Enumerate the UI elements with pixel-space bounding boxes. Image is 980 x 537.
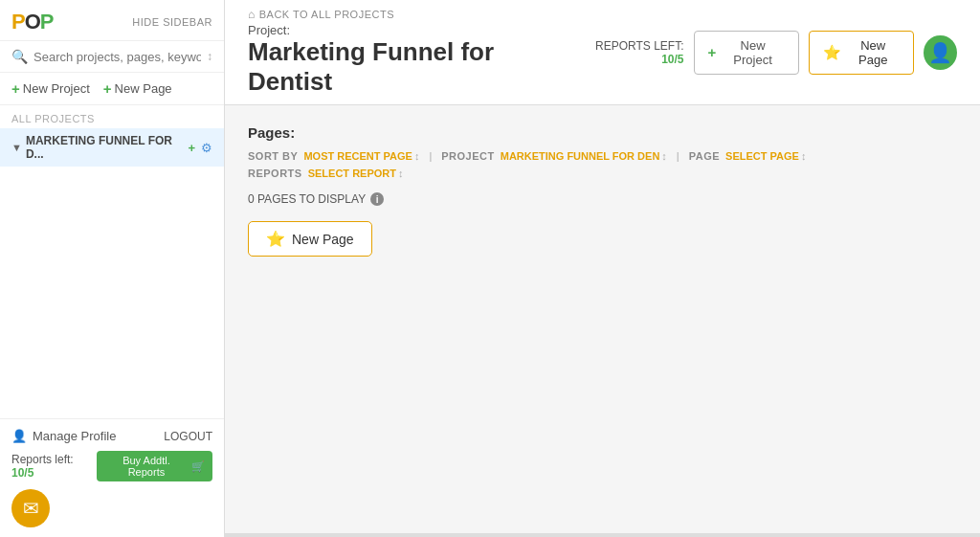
sidebar-new-page-label: New Page <box>115 81 172 96</box>
pages-count: 0 PAGES TO DISPLAY i <box>248 192 957 206</box>
buy-reports-label: Buy Addtl. Reports <box>104 455 189 478</box>
sidebar-actions: + New Project + New Page <box>0 73 224 105</box>
all-projects-label: ALL PROJECTS <box>0 105 224 128</box>
hide-sidebar-button[interactable]: HIDE SIDEBAR <box>132 16 212 28</box>
reports-left-badge: REPORTS LEFT: 10/5 <box>574 39 683 66</box>
cart-icon: 🛒 <box>191 460 205 473</box>
manage-profile-row: 👤 Manage Profile LOGOUT <box>11 429 212 443</box>
reports-filter-value[interactable]: SELECT REPORT ↕ <box>308 168 404 179</box>
add-project-icon[interactable]: + <box>188 141 195 155</box>
project-name: MARKETING FUNNEL FOR D... <box>26 134 189 161</box>
sidebar-new-page-button[interactable]: + New Page <box>103 80 172 97</box>
topbar-right: REPORTS LEFT: 10/5 + New Project ⭐ New P… <box>574 31 957 75</box>
home-icon: ⌂ <box>248 8 256 21</box>
star-icon: ⭐ <box>823 44 841 61</box>
topbar-left: ⌂ BACK TO ALL PROJECTS Project: Marketin… <box>248 8 574 97</box>
reports-row: Reports left: 10/5 Buy Addtl. Reports 🛒 <box>11 451 212 481</box>
search-bar: 🔍 ↕ <box>0 41 224 73</box>
breadcrumb-text[interactable]: BACK TO ALL PROJECTS <box>259 9 394 20</box>
new-project-button[interactable]: + New Project <box>694 31 799 75</box>
email-fab-button[interactable]: ✉ <box>11 489 50 527</box>
user-icon: 👤 <box>11 429 27 443</box>
chevron-down-icon: ▼ <box>11 142 22 153</box>
filters-row-2: REPORTS SELECT REPORT ↕ <box>248 168 957 179</box>
search-input[interactable] <box>33 50 201 64</box>
sort-by-value[interactable]: MOST RECENT PAGE ↕ <box>303 150 419 162</box>
sidebar-project-item[interactable]: ▼ MARKETING FUNNEL FOR D... + ⚙ <box>0 128 224 167</box>
star-icon: ⭐ <box>266 230 285 248</box>
avatar[interactable]: 👤 <box>924 35 957 70</box>
sort-icon[interactable]: ↕ <box>207 50 212 63</box>
page-filter-label: PAGE <box>689 150 720 162</box>
main-content: Pages: SORT BY MOST RECENT PAGE ↕ | PROJ… <box>225 105 980 533</box>
project-actions: + ⚙ <box>188 141 212 155</box>
main-topbar: ⌂ BACK TO ALL PROJECTS Project: Marketin… <box>225 0 980 105</box>
reports-sort-arrows: ↕ <box>398 168 404 179</box>
filter-separator-2: | <box>677 150 679 162</box>
logout-button[interactable]: LOGOUT <box>164 430 212 443</box>
new-page-main-button[interactable]: ⭐ New Page <box>248 221 372 257</box>
breadcrumb: ⌂ BACK TO ALL PROJECTS <box>248 8 574 21</box>
info-icon[interactable]: i <box>370 192 384 206</box>
search-icon: 🔍 <box>11 49 28 64</box>
sidebar: POP HIDE SIDEBAR 🔍 ↕ + New Project + New… <box>0 0 225 537</box>
new-page-main-label: New Page <box>292 232 354 247</box>
new-page-top-button[interactable]: ⭐ New Page <box>809 31 915 75</box>
project-filter-label: PROJECT <box>441 150 494 162</box>
logo: POP <box>11 10 54 34</box>
project-title: Marketing Funnel for Dentist <box>248 37 574 97</box>
plus-icon: + <box>11 80 20 97</box>
sort-by-label: SORT BY <box>248 150 298 162</box>
plus-icon: + <box>103 80 112 97</box>
manage-profile-button[interactable]: 👤 Manage Profile <box>11 429 116 443</box>
new-page-top-label: New Page <box>846 38 901 67</box>
buy-reports-button[interactable]: Buy Addtl. Reports 🛒 <box>97 451 212 481</box>
reports-left-text: Reports left: 10/5 <box>11 453 97 480</box>
sidebar-new-project-button[interactable]: + New Project <box>11 80 90 97</box>
plus-icon: + <box>708 44 717 60</box>
page-sort-arrows: ↕ <box>801 150 807 162</box>
sidebar-header: POP HIDE SIDEBAR <box>0 0 224 41</box>
manage-profile-label: Manage Profile <box>33 429 116 443</box>
sidebar-new-project-label: New Project <box>23 81 90 96</box>
filter-separator: | <box>429 150 432 162</box>
reports-filter-label: REPORTS <box>248 168 302 179</box>
topbar-reports-count: 10/5 <box>661 53 683 66</box>
gear-icon[interactable]: ⚙ <box>201 141 212 155</box>
project-label: Project: <box>248 23 574 37</box>
sort-arrows-icon: ↕ <box>414 150 420 162</box>
reports-count: 10/5 <box>11 466 33 480</box>
filters-row-1: SORT BY MOST RECENT PAGE ↕ | PROJECT Mar… <box>248 150 957 162</box>
bottom-divider <box>225 533 980 537</box>
new-project-label: New Project <box>721 38 785 67</box>
page-filter-value[interactable]: SELECT PAGE ↕ <box>725 150 806 162</box>
project-sort-arrows: ↕ <box>661 150 667 162</box>
pages-section-title: Pages: <box>248 124 957 141</box>
sidebar-bottom: 👤 Manage Profile LOGOUT Reports left: 10… <box>0 418 224 537</box>
main-content-area: ⌂ BACK TO ALL PROJECTS Project: Marketin… <box>225 0 980 537</box>
project-filter-value[interactable]: Marketing Funnel for Den ↕ <box>501 150 667 162</box>
